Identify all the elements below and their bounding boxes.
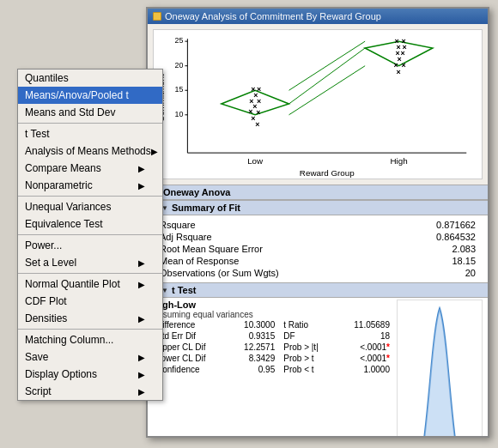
ttest-label1: Std Err Dif (153, 330, 228, 342)
menu-item-normal-quantile-plot[interactable]: Normal Quantile Plot▶ (18, 275, 162, 293)
ttest-content: High-Low Assuming equal variances Differ… (148, 298, 488, 436)
menu-item-label: CDF Plot (25, 295, 67, 307)
ttest-val2: <.0001* (337, 342, 393, 353)
analysis-window: Oneway Analysis of Commitment By Reward … (146, 7, 489, 438)
menu-item-label: Means and Std Dev (25, 106, 115, 118)
svg-text:×: × (255, 120, 259, 129)
menu-item-script[interactable]: Script▶ (18, 383, 162, 400)
table-row: Adj Rsquare 0.864532 (153, 231, 483, 243)
ttest-label2: t Ratio (278, 319, 336, 330)
svg-text:×: × (401, 61, 405, 70)
summary-fit-label: Summary of Fit (172, 203, 240, 213)
table-row: Upper CL Dif 12.2571 Prob > |t| <.0001* (153, 342, 393, 353)
row-value: 0.871662 (334, 219, 483, 231)
summary-fit-header[interactable]: ▼ Summary of Fit (148, 200, 488, 215)
menu-item-display-options[interactable]: Display Options▶ (18, 366, 162, 383)
oneway-anova-header[interactable]: ▼ Oneway Anova (148, 185, 488, 200)
ttest-label1: Difference (153, 319, 228, 330)
menu-item-cdf-plot[interactable]: CDF Plot (18, 293, 162, 310)
submenu-arrow-icon: ▶ (138, 280, 145, 289)
table-row: Observations (or Sum Wgts) 20 (153, 267, 483, 279)
menu-item-set-a-level[interactable]: Set a Level▶ (18, 254, 162, 271)
svg-text:×: × (256, 108, 260, 117)
ttest-plot: -10 -5 0 5 10 (397, 300, 483, 436)
row-value: 2.083 (334, 243, 483, 255)
table-row: Confidence 0.95 Prob < t 1.0000 (153, 364, 393, 375)
scatter-plot: 25 20 15 10 Commitment Low High Reward G… (153, 29, 483, 179)
menu-item-nonparametric[interactable]: Nonparametric▶ (18, 177, 162, 194)
menu-item-label: Set a Level (25, 257, 76, 269)
ttest-val1: 12.2571 (228, 342, 278, 353)
menu-item-label: Save (25, 351, 48, 363)
ttest-label2: Prob > |t| (278, 342, 336, 353)
row-value: 18.15 (334, 255, 483, 267)
menu-item-compare-means[interactable]: Compare Means▶ (18, 160, 162, 177)
menu-item-label: Densities (25, 312, 67, 324)
context-menu: QuantilesMeans/Anova/Pooled tMeans and S… (17, 69, 163, 401)
menu-item-label: Display Options (25, 368, 97, 380)
table-row: Std Err Dif 0.9315 DF 18 (153, 330, 393, 342)
menu-item-label: Unequal Variances (25, 201, 112, 213)
ttest-assumption: Assuming equal variances (153, 310, 393, 319)
svg-text:High: High (390, 156, 407, 166)
row-value: 0.864532 (334, 231, 483, 243)
summary-fit-table: Rsquare 0.871662 Adj Rsquare 0.864532 Ro… (153, 219, 483, 279)
submenu-arrow-icon: ▶ (151, 147, 158, 156)
menu-divider (18, 196, 162, 197)
row-label: Rsquare (153, 219, 334, 231)
menu-item-densities[interactable]: Densities▶ (18, 310, 162, 327)
table-row: Rsquare 0.871662 (153, 219, 483, 231)
svg-line-18 (289, 66, 366, 115)
menu-item-equivalence-test[interactable]: Equivalence Test (18, 215, 162, 233)
ttest-val2: 1.0000 (337, 364, 393, 375)
table-row: Root Mean Square Error 2.083 (153, 243, 483, 255)
ttest-label2: DF (278, 330, 336, 342)
menu-item-quantiles[interactable]: Quantiles (18, 70, 162, 87)
svg-text:25: 25 (175, 36, 184, 45)
menu-item-label: Analysis of Means Methods (25, 145, 151, 157)
menu-item-save[interactable]: Save▶ (18, 348, 162, 366)
window-title: Oneway Analysis of Commitment By Reward … (165, 11, 381, 21)
menu-item-label: Compare Means (25, 162, 101, 174)
summary-fit-content: Rsquare 0.871662 Adj Rsquare 0.864532 Ro… (148, 215, 488, 282)
menu-item-analysis-of-means-methods[interactable]: Analysis of Means Methods▶ (18, 142, 162, 160)
row-label: Root Mean Square Error (153, 243, 334, 255)
menu-item-label: Nonparametric (25, 179, 93, 191)
significance-star: * (386, 342, 390, 352)
menu-item-means-anova-pooled-t[interactable]: Means/Anova/Pooled t (18, 87, 162, 104)
menu-divider (18, 234, 162, 235)
submenu-arrow-icon: ▶ (138, 181, 145, 191)
menu-item-means-and-std-dev[interactable]: Means and Std Dev (18, 104, 162, 121)
menu-item-label: Script (25, 385, 52, 397)
menu-divider (18, 329, 162, 330)
submenu-arrow-icon: ▶ (138, 370, 145, 379)
ttest-label: t Test (172, 285, 197, 295)
table-row: Lower CL Dif 8.3429 Prob > t <.0001* (153, 353, 393, 364)
window-title-bar: Oneway Analysis of Commitment By Reward … (148, 9, 488, 24)
ttest-label1: Confidence (153, 364, 228, 375)
svg-line-16 (289, 48, 366, 104)
svg-text:Low: Low (247, 156, 264, 166)
ttest-layout: High-Low Assuming equal variances Differ… (153, 300, 483, 436)
row-value: 20 (334, 267, 483, 279)
submenu-arrow-icon: ▶ (138, 353, 145, 362)
menu-item-label: Matching Column... (25, 334, 113, 346)
ttest-label1: Upper CL Dif (153, 342, 228, 353)
ttest-val2: 11.05689 (337, 319, 393, 330)
submenu-arrow-icon: ▶ (138, 314, 145, 324)
menu-item-label: Quantiles (25, 72, 69, 84)
ttest-label2: Prob < t (278, 364, 336, 375)
menu-item-power---[interactable]: Power... (18, 237, 162, 254)
menu-item-t-test[interactable]: t Test (18, 125, 162, 142)
table-row: Difference 10.3000 t Ratio 11.05689 (153, 319, 393, 330)
content-wrapper[interactable]: 25 20 15 10 Commitment Low High Reward G… (148, 24, 488, 436)
menu-item-matching-column---[interactable]: Matching Column... (18, 331, 162, 348)
menu-item-label: Power... (25, 239, 62, 251)
menu-divider (18, 123, 162, 124)
ttest-val1: 8.3429 (228, 353, 278, 364)
ttest-header[interactable]: ▼ t Test (148, 282, 488, 298)
ttest-comparison: High-Low (153, 300, 393, 310)
menu-item-unequal-variances[interactable]: Unequal Variances (18, 198, 162, 215)
svg-text:×: × (257, 97, 261, 106)
ttest-val1: 0.95 (228, 364, 278, 375)
